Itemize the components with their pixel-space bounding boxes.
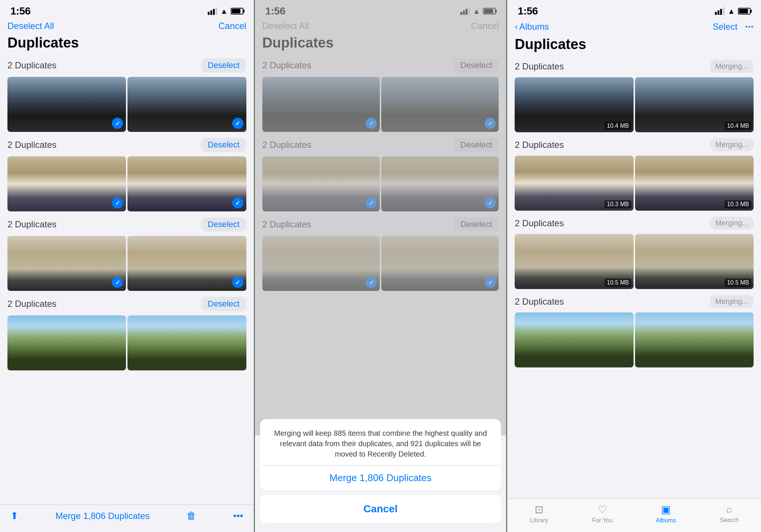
- deselect-btn-2[interactable]: Deselect: [201, 138, 246, 152]
- group-label-r4: 2 Duplicates: [515, 296, 564, 307]
- photo-thumb-r2a[interactable]: 10.3 MB: [515, 156, 633, 211]
- merging-badge-r3: Merging...: [710, 217, 754, 230]
- more-icon[interactable]: •••: [233, 510, 243, 522]
- tab-search[interactable]: ⌕ Search: [715, 503, 744, 523]
- tab-bar: ⊡ Library ♡ For You ▣ Albums ⌕ Search: [507, 499, 761, 532]
- merge-duplicates-label: Merge 1,806 Duplicates: [330, 472, 432, 484]
- group-label-r1: 2 Duplicates: [515, 61, 564, 72]
- group-label-1: 2 Duplicates: [7, 60, 56, 71]
- bottom-toolbar-left: ⬆ Merge 1,806 Duplicates 🗑 •••: [0, 505, 254, 532]
- group-header-r1: 2 Duplicates Merging...: [507, 57, 761, 76]
- dim-overlay: [255, 0, 506, 435]
- select-button[interactable]: Select: [713, 22, 738, 32]
- size-badge-r1b: 10.4 MB: [725, 122, 751, 130]
- albums-icon: ▣: [661, 503, 671, 516]
- photo-thumb-r1b[interactable]: 10.4 MB: [635, 77, 754, 132]
- alert-text: Merging will keep 885 items that combine…: [271, 428, 491, 459]
- size-badge-r3a: 10.5 MB: [605, 279, 631, 287]
- status-icons-left: ▲: [208, 7, 243, 16]
- panel-middle: 1:56 ▲ Deselect All Cancel Duplicates 2 …: [254, 0, 508, 532]
- panel-left: 1:56 ▲ Deselect All Cancel Duplicates 2 …: [0, 0, 254, 532]
- group-label-r3: 2 Duplicates: [515, 218, 564, 228]
- alert-body: Merging will keep 885 items that combine…: [260, 419, 501, 465]
- group-header-3: 2 Duplicates Deselect: [0, 214, 254, 234]
- deselect-btn-4[interactable]: Deselect: [201, 297, 246, 311]
- battery-icon: [231, 8, 243, 14]
- group-header-r4: 2 Duplicates Merging...: [507, 292, 761, 311]
- back-button[interactable]: ‹ Albums: [515, 22, 549, 32]
- tab-for-you-label: For You: [592, 517, 613, 524]
- page-title-right: Duplicates: [507, 36, 761, 57]
- photo-row-2: [0, 155, 254, 213]
- group-header-4: 2 Duplicates Deselect: [0, 294, 254, 314]
- deselect-btn-1[interactable]: Deselect: [201, 58, 246, 72]
- nav-right-actions: Select ···: [713, 21, 754, 33]
- deselect-all-button[interactable]: Deselect All: [7, 21, 54, 31]
- alert-sheet: Merging will keep 885 items that combine…: [260, 419, 501, 532]
- photo-thumb-1b[interactable]: [127, 77, 246, 132]
- check-badge-1b: [232, 118, 243, 129]
- check-badge-3b: [232, 277, 243, 288]
- check-badge-1a: [112, 118, 123, 129]
- back-label: Albums: [519, 22, 549, 32]
- photo-thumb-r3a[interactable]: 10.5 MB: [515, 234, 633, 289]
- alert-card: Merging will keep 885 items that combine…: [260, 419, 501, 490]
- photo-thumb-r1a[interactable]: 10.4 MB: [515, 77, 633, 132]
- tab-library-label: Library: [530, 517, 548, 524]
- photo-row-r3: 10.5 MB 10.5 MB: [507, 233, 761, 291]
- group-header-r2: 2 Duplicates Merging...: [507, 135, 761, 154]
- photo-thumb-4a[interactable]: [7, 315, 126, 370]
- photo-row-r2: 10.3 MB 10.3 MB: [507, 154, 761, 212]
- deselect-btn-3[interactable]: Deselect: [201, 217, 246, 231]
- signal-icon: [208, 7, 217, 15]
- share-icon[interactable]: ⬆: [10, 510, 19, 522]
- photo-thumb-r3b[interactable]: 10.5 MB: [635, 234, 754, 289]
- tab-albums[interactable]: ▣ Albums: [651, 503, 681, 524]
- group-label-2: 2 Duplicates: [7, 140, 56, 150]
- merge-duplicates-button[interactable]: Merge 1,806 Duplicates: [260, 466, 501, 490]
- photo-thumb-r4a[interactable]: [515, 312, 633, 367]
- photo-thumb-1a[interactable]: [7, 77, 126, 132]
- group-label-3: 2 Duplicates: [7, 219, 56, 230]
- scroll-content-right: 2 Duplicates Merging... 10.4 MB 10.4 MB …: [507, 57, 761, 532]
- check-badge-3a: [112, 277, 123, 288]
- photo-thumb-3b[interactable]: [127, 236, 246, 291]
- check-badge-2b: [232, 197, 243, 208]
- photo-thumb-2b[interactable]: [127, 156, 246, 211]
- scroll-content-left: 2 Duplicates Deselect 2 Duplicates Desel…: [0, 55, 254, 532]
- merging-badge-r1: Merging...: [710, 60, 754, 73]
- photo-row-4: [0, 314, 254, 372]
- signal-icon-r: [715, 7, 725, 15]
- status-bar-left: 1:56 ▲: [0, 0, 254, 19]
- photo-row-r4: [507, 311, 761, 369]
- photo-thumb-2a[interactable]: [7, 156, 126, 211]
- size-badge-r2a: 10.3 MB: [605, 200, 631, 208]
- library-icon: ⊡: [535, 503, 543, 516]
- photo-thumb-4b[interactable]: [127, 315, 246, 370]
- more-button[interactable]: ···: [745, 21, 754, 33]
- page-title-left: Duplicates: [0, 34, 254, 55]
- tab-search-label: Search: [720, 517, 739, 523]
- photo-thumb-3a[interactable]: [7, 236, 126, 291]
- tab-for-you[interactable]: ♡ For You: [587, 503, 617, 524]
- status-icons-right: ▲: [715, 7, 751, 16]
- cancel-card: Cancel: [260, 495, 501, 523]
- photo-row-r1: 10.4 MB 10.4 MB: [507, 76, 761, 134]
- group-header-2: 2 Duplicates Deselect: [0, 135, 254, 155]
- size-badge-r3b: 10.5 MB: [725, 279, 751, 287]
- for-you-icon: ♡: [598, 503, 607, 516]
- alert-cancel-button[interactable]: Cancel: [260, 495, 501, 523]
- merging-badge-r2: Merging...: [710, 138, 754, 151]
- tab-library[interactable]: ⊡ Library: [524, 503, 554, 524]
- cancel-button[interactable]: Cancel: [218, 21, 246, 31]
- trash-icon[interactable]: 🗑: [187, 510, 196, 522]
- photo-thumb-r2b[interactable]: 10.3 MB: [635, 156, 754, 211]
- photo-thumb-r4b[interactable]: [635, 312, 754, 367]
- merge-button[interactable]: Merge 1,806 Duplicates: [55, 511, 149, 521]
- size-badge-r2b: 10.3 MB: [725, 200, 751, 208]
- nav-bar-right: ‹ Albums Select ···: [507, 19, 761, 36]
- group-header-1: 2 Duplicates Deselect: [0, 55, 254, 75]
- time-left: 1:56: [10, 5, 30, 17]
- group-label-4: 2 Duplicates: [7, 299, 56, 309]
- search-icon: ⌕: [726, 503, 732, 515]
